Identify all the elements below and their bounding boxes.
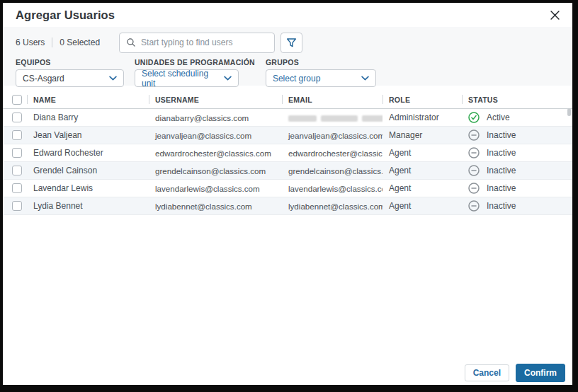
row-checkbox[interactable] bbox=[12, 148, 22, 158]
unidades-label: UNIDADES DE PROGRAMACIÓN bbox=[135, 58, 255, 67]
counts-divider bbox=[52, 38, 52, 47]
status-inactive-icon bbox=[468, 147, 480, 158]
column-divider bbox=[382, 95, 383, 104]
filter-group-grupos: GRUPOS Select group bbox=[266, 58, 376, 87]
cell-username: edwardrochester@classics.com bbox=[149, 149, 282, 158]
status-label: Inactive bbox=[487, 130, 516, 140]
status-label: Active bbox=[487, 113, 510, 122]
equipos-label: EQUIPOS bbox=[16, 58, 124, 67]
cell-status: Inactive bbox=[462, 147, 572, 158]
equipos-select[interactable]: CS-Asgard bbox=[16, 69, 124, 87]
column-header-label: NAME bbox=[33, 96, 56, 104]
vertical-scrollbar-thumb[interactable] bbox=[567, 108, 571, 116]
table-header-row: NAME USERNAME EMAIL ROLE STATUS bbox=[3, 91, 572, 109]
column-header-label: EMAIL bbox=[288, 96, 312, 104]
cell-status: Active bbox=[462, 112, 572, 123]
group-select[interactable]: Select group bbox=[266, 69, 376, 87]
table-row[interactable]: Lavendar Lewis lavendarlewis@classics.co… bbox=[3, 180, 572, 197]
scheduling-unit-value: Select scheduling unit bbox=[142, 69, 224, 88]
toolbar-row: 6 Users 0 Selected bbox=[16, 32, 560, 53]
close-button[interactable] bbox=[549, 9, 561, 21]
filter-panel: 6 Users 0 Selected EQUIPOS CS-Asgard bbox=[3, 27, 572, 86]
status-label: Inactive bbox=[487, 148, 516, 158]
cell-username: dianabarry@classics.com bbox=[149, 113, 282, 122]
status-inactive-icon bbox=[468, 200, 480, 212]
row-checkbox-cell bbox=[3, 148, 27, 158]
row-checkbox-cell bbox=[3, 166, 27, 175]
cell-username: lydiabennet@classics.com bbox=[149, 202, 282, 211]
confirm-button[interactable]: Confirm bbox=[516, 364, 565, 382]
table-row[interactable]: Lydia Bennet lydiabennet@classics.com ly… bbox=[3, 197, 572, 215]
cell-status: Inactive bbox=[462, 165, 572, 176]
column-header-email: EMAIL bbox=[282, 91, 382, 108]
cell-role: Administrator bbox=[382, 113, 462, 122]
counts: 6 Users 0 Selected bbox=[16, 38, 100, 47]
row-checkbox[interactable] bbox=[12, 166, 22, 175]
modal-header: Agregar Usuarios bbox=[3, 3, 572, 27]
column-header-role: ROLE bbox=[382, 91, 462, 108]
cell-email: jeanvaljean@classics.com bbox=[282, 131, 382, 140]
redacted-email-block bbox=[321, 115, 358, 122]
table-body: Diana Barry dianabarry@classics.com Admi… bbox=[3, 109, 572, 215]
close-icon bbox=[550, 11, 560, 20]
cell-username: grendelcainson@classics.com bbox=[149, 166, 282, 175]
row-checkbox[interactable] bbox=[12, 113, 22, 122]
cell-role: Agent bbox=[382, 201, 462, 211]
cell-username: jeanvaljean@classics.com bbox=[149, 131, 282, 140]
selected-count: 0 Selected bbox=[60, 38, 100, 47]
cell-role: Agent bbox=[382, 166, 462, 175]
users-table: NAME USERNAME EMAIL ROLE STATUS Diana bbox=[3, 91, 572, 215]
cell-role: Agent bbox=[382, 148, 462, 158]
equipos-value: CS-Asgard bbox=[23, 74, 64, 83]
table-row[interactable]: Grendel Cainson grendelcainson@classics.… bbox=[3, 162, 572, 180]
row-checkbox-cell bbox=[3, 130, 27, 140]
column-header-label: USERNAME bbox=[155, 96, 199, 104]
cell-name: Lavendar Lewis bbox=[27, 183, 149, 193]
cell-role: Manager bbox=[382, 130, 462, 140]
column-header-label: ROLE bbox=[389, 96, 410, 104]
grupos-label: GRUPOS bbox=[266, 58, 376, 67]
table-row[interactable]: Edward Rochester edwardrochester@classic… bbox=[3, 144, 572, 162]
status-label: Inactive bbox=[487, 201, 516, 211]
cell-status: Inactive bbox=[462, 129, 572, 141]
search-box bbox=[119, 33, 275, 53]
users-count: 6 Users bbox=[16, 38, 45, 47]
status-label: Inactive bbox=[487, 183, 516, 193]
select-all-checkbox[interactable] bbox=[12, 95, 22, 105]
cell-name: Grendel Cainson bbox=[27, 166, 149, 175]
modal-footer: Cancel Confirm bbox=[465, 364, 565, 382]
cell-role: Agent bbox=[382, 183, 462, 193]
cell-name: Jean Valjean bbox=[27, 130, 149, 140]
cell-username: lavendarlewis@classics.com bbox=[149, 184, 282, 193]
add-users-modal: Agregar Usuarios 6 Users 0 Selected bbox=[3, 3, 572, 385]
column-header-username: USERNAME bbox=[149, 91, 282, 108]
table-row[interactable]: Jean Valjean jeanvaljean@classics.com je… bbox=[3, 127, 572, 144]
scheduling-unit-select[interactable]: Select scheduling unit bbox=[135, 69, 239, 87]
status-inactive-icon bbox=[468, 129, 480, 141]
column-header-label: STATUS bbox=[468, 96, 498, 104]
row-checkbox[interactable] bbox=[12, 130, 22, 140]
search-input[interactable] bbox=[141, 38, 268, 47]
status-label: Inactive bbox=[487, 166, 516, 175]
column-header-status: STATUS bbox=[462, 91, 572, 108]
status-inactive-icon bbox=[468, 183, 480, 194]
status-inactive-icon bbox=[468, 165, 480, 176]
row-checkbox-cell bbox=[3, 113, 27, 122]
column-divider bbox=[282, 95, 283, 104]
cell-email: lavendarlewis@classics.com bbox=[282, 184, 382, 193]
filter-group-unidades: UNIDADES DE PROGRAMACIÓN Select scheduli… bbox=[135, 58, 255, 87]
table-row[interactable]: Diana Barry dianabarry@classics.com Admi… bbox=[3, 109, 572, 127]
row-checkbox-cell bbox=[3, 183, 27, 193]
cell-status: Inactive bbox=[462, 200, 572, 212]
filters-row: EQUIPOS CS-Asgard UNIDADES DE PROGRAMACI… bbox=[16, 58, 560, 87]
row-checkbox[interactable] bbox=[12, 183, 22, 193]
cell-email: grendelcainson@classics.com bbox=[282, 166, 382, 175]
redacted-email-block bbox=[288, 115, 317, 122]
filter-button[interactable] bbox=[280, 33, 302, 53]
filter-funnel-icon bbox=[286, 38, 297, 48]
modal-title: Agregar Usuarios bbox=[16, 8, 115, 22]
cancel-button[interactable]: Cancel bbox=[465, 364, 509, 381]
status-active-icon bbox=[468, 112, 480, 123]
cell-email: edwardrochester@classics.com bbox=[282, 149, 382, 158]
row-checkbox[interactable] bbox=[12, 201, 22, 211]
